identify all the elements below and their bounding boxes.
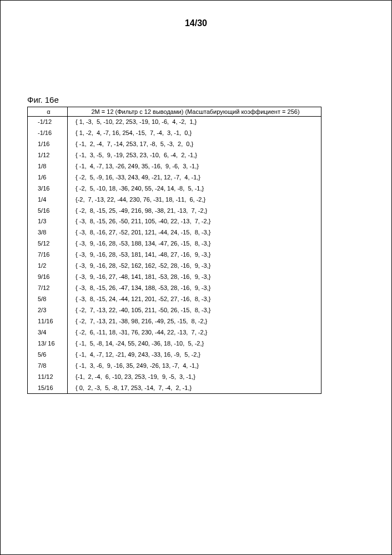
table-header-row: α 2M = 12 (Фильтр с 12 выводами) (Масшта… bbox=[28, 107, 321, 117]
table-row: 3/16{ -2, 5, -10, 18, -36, 240, 55, -24,… bbox=[28, 183, 321, 194]
coef-cell: { -2, 8, -15, 25, -49, 216, 98, -38, 21,… bbox=[68, 206, 321, 217]
alpha-cell: 7/8 bbox=[28, 361, 68, 372]
alpha-cell: 5/8 bbox=[28, 294, 68, 305]
alpha-cell: 1/16 bbox=[28, 139, 68, 150]
table-row: 1/2{ -3, 9, -16, 28, -52, 162, 162, -52,… bbox=[28, 261, 321, 272]
alpha-cell: 9/16 bbox=[28, 272, 68, 283]
figure-label: Фиг. 16е bbox=[27, 95, 370, 104]
alpha-cell: 7/12 bbox=[28, 283, 68, 294]
coef-cell: { -3, 9, -16, 27, -48, 141, 181, -53, 28… bbox=[68, 272, 321, 283]
alpha-cell: 15/16 bbox=[28, 383, 68, 394]
table-row: -1/16{ 1, -2, 4, -7, 16, 254, -15, 7, -4… bbox=[28, 128, 321, 139]
coef-cell: { -2, 5, -10, 18, -36, 240, 55, -24, 14,… bbox=[68, 183, 321, 194]
filter-table: α 2M = 12 (Фильтр с 12 выводами) (Масшта… bbox=[27, 107, 321, 394]
coef-cell: { -3, 8, -15, 26, -47, 134, 188, -53, 28… bbox=[68, 283, 321, 294]
table-row: 1/8{ -1, 4, -7, 13, -26, 249, 35, -16, 9… bbox=[28, 161, 321, 172]
alpha-cell: 11/12 bbox=[28, 372, 68, 383]
coef-cell: { -3, 8, -15, 26, -50, 211, 105, -40, 22… bbox=[68, 216, 321, 227]
table-row: 3/4{ -2, 6, -11, 18, -31, 76, 230, -44, … bbox=[28, 327, 321, 338]
table-row: 15/16{ 0, 2, -3, 5, -8, 17, 253, -14, 7,… bbox=[28, 383, 321, 394]
coef-cell: { -1, 3, -5, 9, -19, 253, 23, -10, 6, -4… bbox=[68, 150, 321, 161]
alpha-cell: 2/3 bbox=[28, 305, 68, 316]
header-desc: 2M = 12 (Фильтр с 12 выводами) (Масштаби… bbox=[68, 107, 321, 117]
coef-cell: { -1, 3, -6, 9, -16, 35, 249, -26, 13, -… bbox=[68, 361, 321, 372]
table-row: 2/3{ -2, 7, -13, 22, -40, 105, 211, -50,… bbox=[28, 305, 321, 316]
coef-cell: { -1, 2, -4, 7, -14, 253, 17, -8, 5, -3,… bbox=[68, 139, 321, 150]
table-row: 5/12{ -3, 9, -16, 28, -53, 188, 134, -47… bbox=[28, 238, 321, 249]
alpha-cell: 11/16 bbox=[28, 316, 68, 327]
table-row: 7/12{ -3, 8, -15, 26, -47, 134, 188, -53… bbox=[28, 283, 321, 294]
alpha-cell: 1/12 bbox=[28, 150, 68, 161]
alpha-cell: -1/12 bbox=[28, 117, 68, 128]
table-row: 9/16{ -3, 9, -16, 27, -48, 141, 181, -53… bbox=[28, 272, 321, 283]
table-row: 5/16{ -2, 8, -15, 25, -49, 216, 98, -38,… bbox=[28, 206, 321, 217]
alpha-cell: 3/8 bbox=[28, 227, 68, 238]
alpha-cell: 5/6 bbox=[28, 349, 68, 361]
alpha-cell: 3/4 bbox=[28, 327, 68, 338]
coef-cell: { -1, 5, -8, 14, -24, 55, 240, -36, 18, … bbox=[68, 338, 321, 349]
alpha-cell: 1/3 bbox=[28, 216, 68, 227]
coef-cell: { -3, 9, -16, 28, -52, 162, 162, -52, 28… bbox=[68, 261, 321, 272]
table-row: 5/8{ -3, 8, -15, 24, -44, 121, 201, -52,… bbox=[28, 294, 321, 305]
coef-cell: { -2, 7, -13, 22, -40, 105, 211, -50, 26… bbox=[68, 305, 321, 316]
coef-cell: { 0, 2, -3, 5, -8, 17, 253, -14, 7, -4, … bbox=[68, 383, 321, 394]
alpha-cell: 5/16 bbox=[28, 206, 68, 217]
alpha-cell: 1/6 bbox=[28, 172, 68, 183]
table-row: 7/8{ -1, 3, -6, 9, -16, 35, 249, -26, 13… bbox=[28, 361, 321, 372]
table-row: 11/12{-1, 2, -4, 6, -10, 23, 253, -19, 9… bbox=[28, 372, 321, 383]
alpha-cell: 1/2 bbox=[28, 261, 68, 272]
alpha-cell: 7/16 bbox=[28, 249, 68, 261]
table-row: 3/8{ -3, 8, -16, 27, -52, 201, 121, -44,… bbox=[28, 227, 321, 238]
coef-cell: { -3, 9, -16, 28, -53, 188, 134, -47, 26… bbox=[68, 238, 321, 249]
header-alpha: α bbox=[28, 107, 68, 117]
table-row: 5/6{ -1, 4, -7, 12, -21, 49, 243, -33, 1… bbox=[28, 349, 321, 361]
coef-cell: { -3, 9, -16, 28, -53, 181, 141, -48, 27… bbox=[68, 249, 321, 261]
alpha-cell: 13/ 16 bbox=[28, 338, 68, 349]
coef-cell: { -3, 8, -16, 27, -52, 201, 121, -44, 24… bbox=[68, 227, 321, 238]
alpha-cell: -1/16 bbox=[28, 128, 68, 139]
alpha-cell: 1/8 bbox=[28, 161, 68, 172]
table-row: 11/16{ -2, 7, -13, 21, -38, 98, 216, -49… bbox=[28, 316, 321, 327]
table-row: 1/16{ -1, 2, -4, 7, -14, 253, 17, -8, 5,… bbox=[28, 139, 321, 150]
coef-cell: { -2, 6, -11, 18, -31, 76, 230, -44, 22,… bbox=[68, 327, 321, 338]
table-row: 1/12{ -1, 3, -5, 9, -19, 253, 23, -10, 6… bbox=[28, 150, 321, 161]
page-number: 14/30 bbox=[22, 18, 370, 28]
coef-cell: {-2, 7, -13, 22, -44, 230, 76, -31, 18, … bbox=[68, 194, 321, 206]
table-row: -1/12{ 1, -3, 5, -10, 22, 253, -19, 10, … bbox=[28, 117, 321, 128]
table-row: 13/ 16{ -1, 5, -8, 14, -24, 55, 240, -36… bbox=[28, 338, 321, 349]
coef-cell: {-1, 2, -4, 6, -10, 23, 253, -19, 9, -5,… bbox=[68, 372, 321, 383]
coef-cell: { -2, 5, -9, 16, -33, 243, 49, -21, 12, … bbox=[68, 172, 321, 183]
alpha-cell: 1/4 bbox=[28, 194, 68, 206]
coef-cell: { -3, 8, -15, 24, -44, 121, 201, -52, 27… bbox=[68, 294, 321, 305]
coef-cell: { 1, -2, 4, -7, 16, 254, -15, 7, -4, 3, … bbox=[68, 128, 321, 139]
table-row: 1/4{-2, 7, -13, 22, -44, 230, 76, -31, 1… bbox=[28, 194, 321, 206]
coef-cell: { -1, 4, -7, 12, -21, 49, 243, -33, 16, … bbox=[68, 349, 321, 361]
alpha-cell: 5/12 bbox=[28, 238, 68, 249]
table-row: 7/16{ -3, 9, -16, 28, -53, 181, 141, -48… bbox=[28, 249, 321, 261]
coef-cell: { -2, 7, -13, 21, -38, 98, 216, -49, 25,… bbox=[68, 316, 321, 327]
table-row: 1/6{ -2, 5, -9, 16, -33, 243, 49, -21, 1… bbox=[28, 172, 321, 183]
coef-cell: { 1, -3, 5, -10, 22, 253, -19, 10, -6, 4… bbox=[68, 117, 321, 128]
alpha-cell: 3/16 bbox=[28, 183, 68, 194]
page-container: 14/30 Фиг. 16е α 2M = 12 (Фильтр с 12 вы… bbox=[0, 0, 392, 555]
coef-cell: { -1, 4, -7, 13, -26, 249, 35, -16, 9, -… bbox=[68, 161, 321, 172]
table-row: 1/3{ -3, 8, -15, 26, -50, 211, 105, -40,… bbox=[28, 216, 321, 227]
